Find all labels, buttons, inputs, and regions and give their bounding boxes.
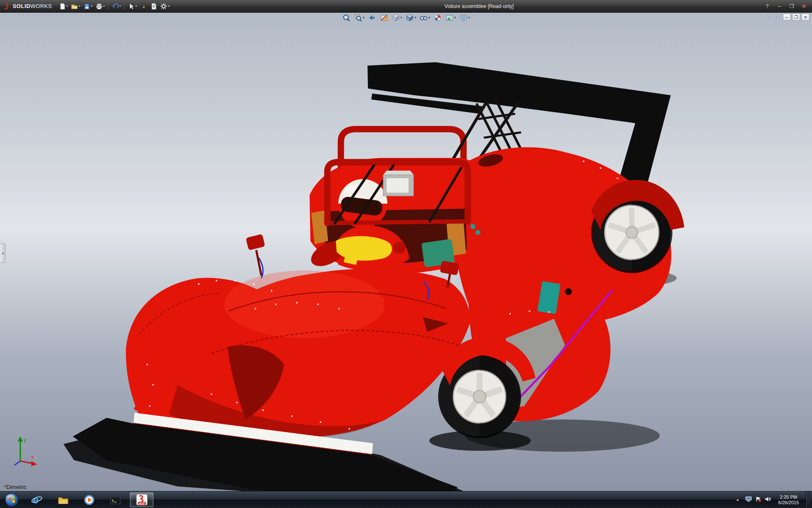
taskbar-windows-explorer[interactable] (51, 492, 75, 507)
view-orientation-button[interactable]: ▾ (391, 13, 403, 22)
undo-button[interactable]: ▾ (110, 1, 122, 11)
document-window-controls: – ❐ ✕ (764, 14, 809, 21)
minimize-window-button[interactable]: – (774, 2, 785, 11)
start-button[interactable] (0, 491, 24, 508)
minimize-document-button[interactable]: – (783, 14, 791, 21)
undo-icon (111, 3, 119, 10)
close-document-button[interactable]: ✕ (801, 14, 809, 21)
taskbar-media-player[interactable] (77, 492, 101, 507)
caret-down-icon: ▾ (168, 5, 170, 8)
rebuild-icon (140, 3, 147, 10)
display-style-icon (406, 14, 414, 22)
options-gear-icon (160, 3, 167, 10)
new-document-button[interactable]: ▾ (57, 1, 69, 11)
rearview-mirror (383, 171, 414, 196)
zoom-to-area-icon (354, 14, 362, 22)
print-button[interactable]: ▾ (94, 1, 106, 11)
caret-down-icon: ▾ (428, 16, 430, 19)
taskbar-internet-explorer[interactable]: e (25, 492, 49, 507)
hide-show-items-button[interactable]: ▾ (419, 13, 431, 22)
options-button[interactable]: ▾ (159, 1, 171, 11)
folder-icon (58, 495, 69, 505)
caret-down-icon: ▾ (119, 5, 121, 8)
3d-viewport-canvas[interactable] (0, 12, 812, 491)
select-cursor-icon (127, 3, 135, 10)
internet-explorer-icon: e (31, 494, 43, 506)
view-orientation-label: *Dimetric (4, 484, 27, 490)
hide-show-items-icon (420, 14, 428, 22)
brand-text: SOLIDWORKS (13, 3, 52, 9)
apply-scene-icon (445, 14, 454, 22)
triad-x-label: x (31, 454, 34, 459)
print-icon (95, 3, 103, 10)
maximize-window-button[interactable]: ❐ (786, 2, 797, 11)
tray-volume-button[interactable] (765, 496, 771, 503)
solidworks-window: SOLIDWORKS ▾ ▾ ▾ (0, 0, 812, 508)
section-view-button[interactable] (379, 13, 389, 22)
show-hidden-icons-button[interactable]: ▲ (733, 497, 742, 502)
new-document-icon (58, 3, 66, 10)
solidworks-version-badge: 2015 (138, 502, 145, 505)
feature-panel-collapse-tab[interactable]: ◂ (0, 243, 5, 263)
titlebar: SOLIDWORKS ▾ ▾ ▾ (0, 0, 812, 13)
restore-document-button[interactable]: ❐ (792, 14, 800, 21)
close-window-button[interactable]: ✕ (798, 2, 809, 11)
caret-down-icon: ▾ (454, 16, 456, 19)
apply-scene-button[interactable]: ▾ (445, 13, 456, 22)
select-button[interactable]: ▾ (126, 1, 138, 11)
show-desktop-button[interactable] (806, 491, 811, 508)
next-window-button[interactable] (774, 14, 782, 21)
reference-triad[interactable]: y x (7, 434, 42, 469)
zoom-to-fit-button[interactable] (342, 13, 351, 22)
caret-down-icon: ▾ (79, 5, 80, 8)
caret-down-icon: ▾ (363, 16, 365, 19)
caret-down-icon: ▾ (91, 5, 93, 8)
rebuild-button[interactable] (138, 1, 148, 11)
caret-down-icon: ▾ (66, 5, 68, 8)
previous-window-button[interactable] (764, 14, 772, 21)
windows-start-icon (5, 493, 19, 507)
zoom-to-fit-icon (342, 14, 351, 22)
tray-expand-icon: ▲ (736, 498, 739, 502)
tray-date: 6/26/2015 (778, 500, 799, 505)
view-settings-button[interactable]: ▾ (459, 13, 470, 22)
taskbar-solidworks[interactable]: 2015 (130, 492, 154, 507)
window-title: Voiture assemblee [Read-only] (444, 3, 513, 9)
previous-view-icon (368, 14, 376, 22)
tray-action-center-button[interactable] (755, 496, 761, 503)
race-car-model[interactable] (63, 62, 684, 491)
tray-time: 2:25 PM (778, 494, 799, 500)
open-document-button[interactable]: ▾ (69, 1, 82, 11)
window-controls: ? – ❐ ✕ (762, 2, 812, 11)
save-button[interactable]: ▾ (82, 1, 94, 11)
edit-appearance-button[interactable] (433, 13, 442, 22)
heads-up-view-toolbar: ▾ ▾ (342, 13, 470, 22)
caret-down-icon: ▾ (468, 16, 470, 19)
solidworks-app-icon: 2015 (136, 494, 148, 505)
system-tray: ▲ (733, 491, 812, 508)
help-button[interactable]: ? (762, 2, 773, 11)
section-view-icon (380, 14, 388, 22)
taskbar-command-window[interactable] (104, 492, 127, 507)
toolbar-separator (108, 3, 108, 10)
taskbar-buttons: e (24, 491, 155, 508)
speaker-icon (765, 496, 771, 502)
open-document-icon (71, 3, 78, 10)
triad-y-label: y (24, 437, 26, 442)
caret-down-icon: ▾ (401, 16, 402, 19)
taskbar-clock[interactable]: 2:25 PM 6/26/2015 (775, 494, 802, 505)
side-intake-hole (565, 288, 572, 295)
view-settings-icon (459, 14, 468, 22)
file-properties-icon (150, 3, 157, 10)
caret-down-icon: ▾ (414, 16, 416, 19)
command-window-icon (110, 495, 121, 505)
tray-display-icon-button[interactable] (745, 496, 752, 503)
caret-down-icon: ▾ (103, 5, 105, 8)
caret-down-icon: ▾ (135, 5, 137, 8)
previous-view-button[interactable] (368, 13, 377, 22)
graphics-viewport[interactable]: ▾ ▾ (0, 12, 812, 491)
file-properties-button[interactable] (148, 1, 159, 11)
next-window-icon (776, 15, 779, 20)
display-style-button[interactable]: ▾ (405, 13, 417, 22)
zoom-to-area-button[interactable]: ▾ (354, 13, 365, 22)
